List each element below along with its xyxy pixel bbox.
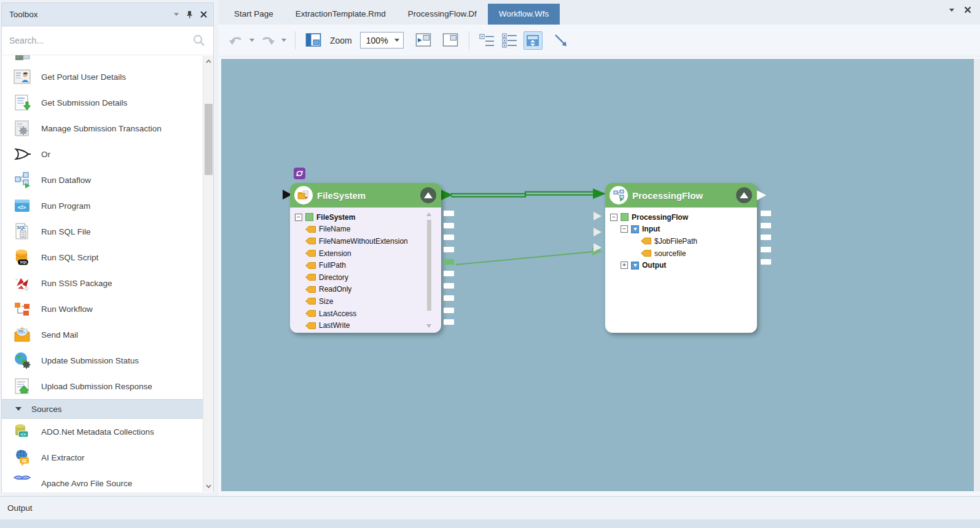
expander-plus[interactable] <box>621 262 628 269</box>
workflow-canvas[interactable]: FileSystem FileSystem FileName FileNameW… <box>221 59 974 491</box>
output-port[interactable] <box>444 223 454 228</box>
toolbox-item-upload-submission-response[interactable]: Upload Submission Response <box>2 373 213 399</box>
close-icon[interactable] <box>200 11 207 18</box>
collapse-all-nodes-button[interactable] <box>441 31 460 49</box>
tab-start-page[interactable]: Start Page <box>223 4 284 25</box>
output-panel-label: Output <box>7 503 33 513</box>
toolbox-scrollbar[interactable] <box>203 56 213 492</box>
processingflow-output-port[interactable] <box>757 190 766 200</box>
output-port[interactable] <box>444 295 454 301</box>
toolbox-item-or[interactable]: Or <box>2 141 213 167</box>
show-expanders-button[interactable] <box>501 32 519 49</box>
field-label[interactable]: FullPath <box>319 261 346 270</box>
toolbox-item-run-program[interactable]: </> Run Program <box>2 193 213 219</box>
output-port[interactable] <box>761 223 771 228</box>
expander-minus[interactable] <box>610 214 617 221</box>
output-group-label[interactable]: Output <box>642 261 666 270</box>
toolbox-item-run-ssis-package[interactable]: Run SSIS Package <box>2 270 213 296</box>
scroll-up-icon[interactable] <box>426 212 431 216</box>
field-link-fullpath-sourcefile[interactable] <box>456 247 603 265</box>
field-label[interactable]: FileName <box>319 225 350 233</box>
toolbox-item-send-mail[interactable]: Send Mail <box>2 322 213 347</box>
expander-minus[interactable] <box>295 214 302 221</box>
field-tag-icon <box>305 322 316 329</box>
toolbox-item-adonet-metadata-collections[interactable]: <> ADO.Net Metadata Collections <box>2 419 213 445</box>
toolbox-item-get-submission-details[interactable]: Get Submission Details <box>2 90 213 115</box>
toolbox-item-partial-top[interactable] <box>2 55 213 64</box>
toolbox-item-manage-submission-transaction[interactable]: Manage Submission Transaction <box>2 115 213 141</box>
scrollbar-thumb[interactable] <box>427 220 431 311</box>
field-label[interactable]: Size <box>319 297 333 306</box>
toolbox-section-sources[interactable]: Sources <box>2 399 213 419</box>
tab-processing-flow[interactable]: ProcessingFlow.Df <box>397 4 488 25</box>
window-menu-icon[interactable] <box>174 13 179 16</box>
loop-badge-icon[interactable] <box>294 168 305 179</box>
input-port[interactable] <box>594 212 602 220</box>
input-group-label[interactable]: Input <box>642 225 660 233</box>
output-port[interactable] <box>444 308 454 313</box>
toolbox-item-ai-extractor[interactable]: AI Extractor <box>2 445 213 470</box>
tree-expanders-icon <box>502 33 518 48</box>
expand-all-nodes-button[interactable] <box>414 31 433 49</box>
tab-workflow-active[interactable]: Workflow.Wfs <box>488 4 560 25</box>
close-document-icon[interactable] <box>964 6 971 14</box>
scroll-down-icon[interactable] <box>426 324 431 328</box>
toolbox-item-apache-avro-file-source[interactable]: Apache Avro File Source <box>2 470 213 492</box>
collapse-node-button[interactable] <box>736 187 752 203</box>
show-tree-lines-button[interactable] <box>478 32 496 49</box>
output-port[interactable] <box>444 247 454 252</box>
scrollbar-thumb[interactable] <box>205 104 213 175</box>
expander-minus[interactable] <box>621 225 628 233</box>
node-processingflow[interactable]: ProcessingFlow ProcessingFlow Input $Job… <box>605 183 757 333</box>
output-port[interactable] <box>444 211 454 216</box>
workflow-link[interactable] <box>441 188 606 200</box>
field-label[interactable]: $JobFilePath <box>654 237 697 246</box>
draw-link-button[interactable] <box>552 31 570 49</box>
zoom-combo[interactable]: 100% <box>360 32 404 49</box>
output-port[interactable] <box>444 283 454 289</box>
tab-list-dropdown-icon[interactable] <box>949 9 954 12</box>
output-port[interactable] <box>761 247 771 252</box>
redo-button[interactable] <box>259 32 277 49</box>
field-label[interactable]: ReadOnly <box>319 285 351 293</box>
toolbox-item-run-sql-script[interactable]: SQL Run SQL Script <box>2 244 213 270</box>
output-port[interactable] <box>444 235 454 240</box>
toolbox-item-run-dataflow[interactable]: Run Dataflow <box>2 167 213 193</box>
collapse-node-button[interactable] <box>420 187 436 203</box>
field-label[interactable]: FileNameWithoutExtension <box>319 237 408 246</box>
fit-node-height-button[interactable] <box>523 31 543 50</box>
search-input[interactable] <box>9 36 192 45</box>
scroll-up-icon[interactable] <box>203 56 214 67</box>
input-port[interactable] <box>594 228 602 236</box>
output-panel-bar[interactable]: Output <box>0 496 980 519</box>
field-label[interactable]: LastAccess <box>319 309 356 318</box>
output-port[interactable] <box>761 211 771 216</box>
toolbox-item-list: Get Portal User Details Get Submission D… <box>2 55 213 492</box>
output-port[interactable] <box>444 271 454 276</box>
node-filesystem[interactable]: FileSystem FileSystem FileName FileNameW… <box>290 183 441 333</box>
undo-button[interactable] <box>227 32 245 49</box>
toolbox-item-run-sql-file[interactable]: SQL Run SQL File <box>2 219 213 244</box>
preview-panel-button[interactable] <box>304 31 323 49</box>
field-label[interactable]: Directory <box>319 273 348 282</box>
node-scrollbar[interactable] <box>426 212 432 328</box>
output-port[interactable] <box>444 319 454 325</box>
toolbox-item-get-portal-user-details[interactable]: Get Portal User Details <box>2 64 213 90</box>
pin-icon[interactable] <box>186 10 193 18</box>
field-label[interactable]: LastWrite <box>319 321 350 330</box>
node-filesystem-header[interactable]: FileSystem <box>290 183 441 208</box>
field-label[interactable]: Extension <box>319 249 351 258</box>
input-port[interactable] <box>594 243 602 252</box>
output-port[interactable] <box>761 235 771 240</box>
field-label[interactable]: sourcefile <box>654 249 686 258</box>
toolbox-item-run-workflow[interactable]: Run Workflow <box>2 296 213 322</box>
undo-dropdown-icon[interactable] <box>249 39 254 42</box>
tab-extraction-template[interactable]: ExtractionTemplate.Rmd <box>284 4 397 25</box>
doc-gear-icon <box>13 119 31 138</box>
output-port[interactable] <box>761 259 771 265</box>
node-processingflow-header[interactable]: ProcessingFlow <box>605 183 757 208</box>
scroll-down-icon[interactable] <box>203 481 214 492</box>
redo-dropdown-icon[interactable] <box>281 39 286 42</box>
toolbox-item-update-submission-status[interactable]: Update Submission Status <box>2 347 213 373</box>
output-port-fullpath-connected[interactable] <box>444 259 454 265</box>
